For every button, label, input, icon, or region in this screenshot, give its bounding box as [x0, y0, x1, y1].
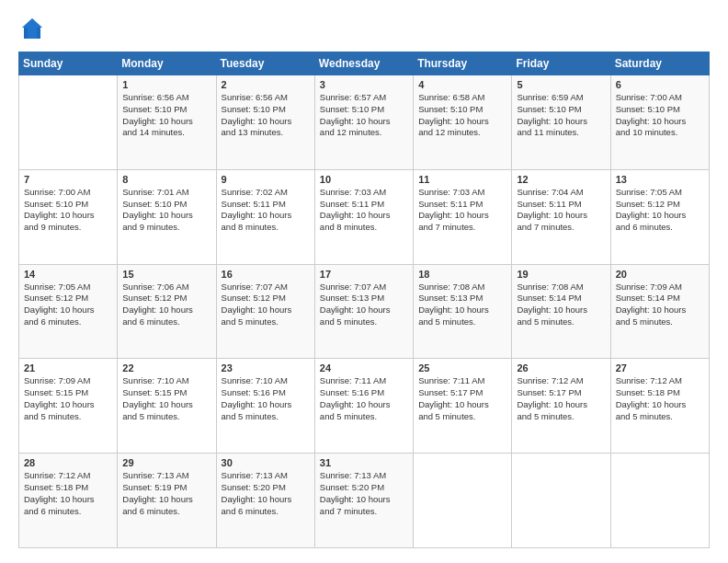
day-number: 12: [517, 174, 605, 185]
calendar-cell: 15Sunrise: 7:06 AMSunset: 5:12 PMDayligh…: [118, 264, 216, 359]
day-info: Sunrise: 7:05 AMSunset: 5:12 PMDaylight:…: [24, 282, 112, 328]
calendar-cell: 10Sunrise: 7:03 AMSunset: 5:11 PMDayligh…: [314, 169, 413, 264]
day-number: 13: [616, 174, 704, 185]
day-number: 21: [24, 362, 112, 373]
calendar-cell: 31Sunrise: 7:13 AMSunset: 5:20 PMDayligh…: [314, 454, 413, 548]
day-number: 25: [418, 362, 506, 373]
header: [18, 15, 710, 42]
day-number: 31: [320, 457, 408, 468]
calendar-week-row: 7Sunrise: 7:00 AMSunset: 5:10 PMDaylight…: [19, 169, 710, 264]
calendar-cell: 25Sunrise: 7:11 AMSunset: 5:17 PMDayligh…: [414, 359, 512, 454]
day-number: 15: [122, 269, 210, 280]
logo: [18, 15, 50, 42]
day-info: Sunrise: 7:09 AMSunset: 5:14 PMDaylight:…: [616, 282, 704, 328]
day-info: Sunrise: 7:11 AMSunset: 5:17 PMDaylight:…: [418, 375, 506, 422]
day-info: Sunrise: 7:07 AMSunset: 5:12 PMDaylight:…: [222, 282, 310, 328]
day-info: Sunrise: 7:05 AMSunset: 5:12 PMDaylight:…: [616, 187, 704, 234]
day-number: 16: [222, 269, 310, 280]
calendar-cell: [19, 75, 118, 170]
day-info: Sunrise: 7:03 AMSunset: 5:11 PMDaylight:…: [418, 187, 506, 234]
day-number: 10: [320, 174, 408, 185]
calendar-cell: 14Sunrise: 7:05 AMSunset: 5:12 PMDayligh…: [19, 264, 118, 359]
calendar-week-row: 1Sunrise: 6:56 AMSunset: 5:10 PMDaylight…: [19, 75, 710, 170]
calendar-cell: 3Sunrise: 6:57 AMSunset: 5:10 PMDaylight…: [314, 75, 413, 170]
calendar-cell: 27Sunrise: 7:12 AMSunset: 5:18 PMDayligh…: [610, 359, 709, 454]
calendar-day-header: Monday: [118, 52, 216, 75]
day-info: Sunrise: 6:57 AMSunset: 5:10 PMDaylight:…: [320, 92, 408, 139]
day-number: 22: [122, 362, 210, 373]
day-number: 27: [616, 362, 704, 373]
day-info: Sunrise: 7:00 AMSunset: 5:10 PMDaylight:…: [616, 92, 704, 139]
day-number: 14: [24, 269, 112, 280]
day-number: 2: [222, 79, 310, 90]
calendar-cell: 17Sunrise: 7:07 AMSunset: 5:13 PMDayligh…: [314, 264, 413, 359]
calendar-cell: [512, 454, 610, 548]
calendar-cell: 2Sunrise: 6:56 AMSunset: 5:10 PMDaylight…: [216, 75, 314, 170]
day-number: 7: [24, 174, 112, 185]
day-number: 6: [616, 79, 704, 90]
day-info: Sunrise: 7:13 AMSunset: 5:20 PMDaylight:…: [320, 470, 408, 517]
day-number: 26: [517, 362, 605, 373]
day-info: Sunrise: 6:58 AMSunset: 5:10 PMDaylight:…: [418, 92, 506, 139]
day-number: 19: [517, 269, 605, 280]
calendar-cell: 29Sunrise: 7:13 AMSunset: 5:19 PMDayligh…: [118, 454, 216, 548]
day-number: 17: [320, 269, 408, 280]
calendar-table: SundayMondayTuesdayWednesdayThursdayFrid…: [18, 52, 710, 548]
day-number: 3: [320, 79, 408, 90]
calendar-cell: 11Sunrise: 7:03 AMSunset: 5:11 PMDayligh…: [414, 169, 512, 264]
day-info: Sunrise: 7:13 AMSunset: 5:19 PMDaylight:…: [122, 470, 210, 517]
calendar-cell: 4Sunrise: 6:58 AMSunset: 5:10 PMDaylight…: [414, 75, 512, 170]
calendar-week-row: 28Sunrise: 7:12 AMSunset: 5:18 PMDayligh…: [19, 454, 710, 548]
calendar-cell: 20Sunrise: 7:09 AMSunset: 5:14 PMDayligh…: [610, 264, 709, 359]
day-number: 1: [122, 79, 210, 90]
day-number: 24: [320, 362, 408, 373]
day-info: Sunrise: 7:10 AMSunset: 5:15 PMDaylight:…: [122, 375, 210, 422]
day-info: Sunrise: 7:06 AMSunset: 5:12 PMDaylight:…: [122, 282, 210, 328]
calendar-day-header: Wednesday: [314, 52, 413, 75]
day-info: Sunrise: 6:56 AMSunset: 5:10 PMDaylight:…: [122, 92, 210, 139]
calendar-week-row: 21Sunrise: 7:09 AMSunset: 5:15 PMDayligh…: [19, 359, 710, 454]
day-info: Sunrise: 7:03 AMSunset: 5:11 PMDaylight:…: [320, 187, 408, 234]
calendar-day-header: Tuesday: [216, 52, 314, 75]
calendar-cell: 18Sunrise: 7:08 AMSunset: 5:13 PMDayligh…: [414, 264, 512, 359]
calendar-cell: 7Sunrise: 7:00 AMSunset: 5:10 PMDaylight…: [19, 169, 118, 264]
calendar-cell: 1Sunrise: 6:56 AMSunset: 5:10 PMDaylight…: [118, 75, 216, 170]
day-info: Sunrise: 7:08 AMSunset: 5:14 PMDaylight:…: [517, 282, 605, 328]
day-info: Sunrise: 7:13 AMSunset: 5:20 PMDaylight:…: [222, 470, 310, 517]
calendar-header-row: SundayMondayTuesdayWednesdayThursdayFrid…: [19, 52, 710, 75]
calendar-cell: [610, 454, 709, 548]
day-number: 28: [24, 457, 112, 468]
day-info: Sunrise: 7:11 AMSunset: 5:16 PMDaylight:…: [320, 375, 408, 422]
day-info: Sunrise: 7:07 AMSunset: 5:13 PMDaylight:…: [320, 282, 408, 328]
calendar-cell: 30Sunrise: 7:13 AMSunset: 5:20 PMDayligh…: [216, 454, 314, 548]
calendar-day-header: Saturday: [610, 52, 709, 75]
calendar-cell: 21Sunrise: 7:09 AMSunset: 5:15 PMDayligh…: [19, 359, 118, 454]
day-info: Sunrise: 7:12 AMSunset: 5:17 PMDaylight:…: [517, 375, 605, 422]
calendar-cell: 5Sunrise: 6:59 AMSunset: 5:10 PMDaylight…: [512, 75, 610, 170]
calendar-cell: [414, 454, 512, 548]
day-number: 8: [122, 174, 210, 185]
day-number: 9: [222, 174, 310, 185]
day-info: Sunrise: 7:02 AMSunset: 5:11 PMDaylight:…: [222, 187, 310, 234]
day-number: 23: [222, 362, 310, 373]
calendar-cell: 9Sunrise: 7:02 AMSunset: 5:11 PMDaylight…: [216, 169, 314, 264]
calendar-cell: 13Sunrise: 7:05 AMSunset: 5:12 PMDayligh…: [610, 169, 709, 264]
day-info: Sunrise: 7:04 AMSunset: 5:11 PMDaylight:…: [517, 187, 605, 234]
calendar-day-header: Friday: [512, 52, 610, 75]
day-number: 29: [122, 457, 210, 468]
calendar-cell: 26Sunrise: 7:12 AMSunset: 5:17 PMDayligh…: [512, 359, 610, 454]
day-info: Sunrise: 7:12 AMSunset: 5:18 PMDaylight:…: [616, 375, 704, 422]
calendar-cell: 24Sunrise: 7:11 AMSunset: 5:16 PMDayligh…: [314, 359, 413, 454]
day-info: Sunrise: 6:56 AMSunset: 5:10 PMDaylight:…: [222, 92, 310, 139]
day-number: 18: [418, 269, 506, 280]
day-info: Sunrise: 7:08 AMSunset: 5:13 PMDaylight:…: [418, 282, 506, 328]
calendar-cell: 28Sunrise: 7:12 AMSunset: 5:18 PMDayligh…: [19, 454, 118, 548]
day-number: 30: [222, 457, 310, 468]
day-info: Sunrise: 7:01 AMSunset: 5:10 PMDaylight:…: [122, 187, 210, 234]
logo-icon: [18, 15, 46, 42]
calendar-cell: 16Sunrise: 7:07 AMSunset: 5:12 PMDayligh…: [216, 264, 314, 359]
day-info: Sunrise: 6:59 AMSunset: 5:10 PMDaylight:…: [517, 92, 605, 139]
day-info: Sunrise: 7:10 AMSunset: 5:16 PMDaylight:…: [222, 375, 310, 422]
calendar-week-row: 14Sunrise: 7:05 AMSunset: 5:12 PMDayligh…: [19, 264, 710, 359]
page: SundayMondayTuesdayWednesdayThursdayFrid…: [0, 0, 728, 563]
